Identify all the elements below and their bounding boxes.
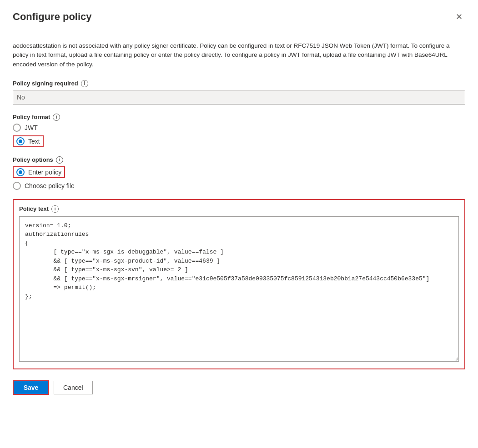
policy-text-textarea[interactable] xyxy=(19,216,459,362)
dialog-header: Configure policy ✕ xyxy=(13,11,465,23)
policy-format-text-highlighted: Text xyxy=(13,135,44,147)
policy-options-info-icon[interactable]: i xyxy=(56,156,63,164)
save-button[interactable]: Save xyxy=(13,380,49,395)
configure-policy-dialog: Configure policy ✕ aedocsattestation is … xyxy=(0,0,478,448)
policy-signing-info-icon[interactable]: i xyxy=(81,80,88,87)
policy-format-jwt-radio[interactable] xyxy=(13,124,21,132)
policy-text-label: Policy text i xyxy=(19,205,459,213)
policy-signing-dropdown[interactable]: No xyxy=(13,90,465,105)
policy-format-label: Policy format i xyxy=(13,114,465,121)
policy-format-text-radio[interactable] xyxy=(16,137,25,145)
policy-signing-group: Policy signing required i No xyxy=(13,80,465,105)
policy-format-jwt-label: JWT xyxy=(25,124,38,131)
policy-signing-value: No xyxy=(17,94,25,101)
policy-options-label: Policy options i xyxy=(13,156,465,164)
dialog-title: Configure policy xyxy=(13,11,92,23)
policy-options-enter-label: Enter policy xyxy=(28,169,61,176)
policy-options-group: Policy options i Enter policy Choose pol… xyxy=(13,156,465,190)
policy-format-label-text: Policy format xyxy=(13,114,50,120)
close-button[interactable]: ✕ xyxy=(453,11,465,23)
policy-options-radio-group: Enter policy Choose policy file xyxy=(13,166,465,190)
policy-options-file-label: Choose policy file xyxy=(25,182,75,189)
policy-text-info-icon[interactable]: i xyxy=(51,205,59,213)
policy-format-radio-group: JWT Text xyxy=(13,124,465,147)
policy-format-text-option[interactable]: Text xyxy=(13,135,465,147)
policy-options-file-option[interactable]: Choose policy file xyxy=(13,182,465,190)
policy-options-label-text: Policy options xyxy=(13,156,53,163)
policy-options-enter-option[interactable]: Enter policy xyxy=(13,166,465,178)
policy-text-label-text: Policy text xyxy=(19,205,49,212)
header-divider xyxy=(13,32,465,32)
policy-text-section: Policy text i xyxy=(13,199,465,369)
cancel-button[interactable]: Cancel xyxy=(54,381,93,394)
button-row: Save Cancel xyxy=(13,380,465,395)
policy-format-text-label: Text xyxy=(28,138,40,145)
policy-format-jwt-option[interactable]: JWT xyxy=(13,124,465,132)
policy-options-file-radio[interactable] xyxy=(13,182,21,190)
policy-format-info-icon[interactable]: i xyxy=(53,114,60,121)
policy-options-enter-highlighted: Enter policy xyxy=(13,166,65,178)
policy-signing-label-text: Policy signing required xyxy=(13,80,78,87)
policy-options-enter-radio[interactable] xyxy=(16,168,25,176)
description-text: aedocsattestation is not associated with… xyxy=(13,41,465,69)
policy-signing-label: Policy signing required i xyxy=(13,80,465,87)
policy-format-group: Policy format i JWT Text xyxy=(13,114,465,147)
